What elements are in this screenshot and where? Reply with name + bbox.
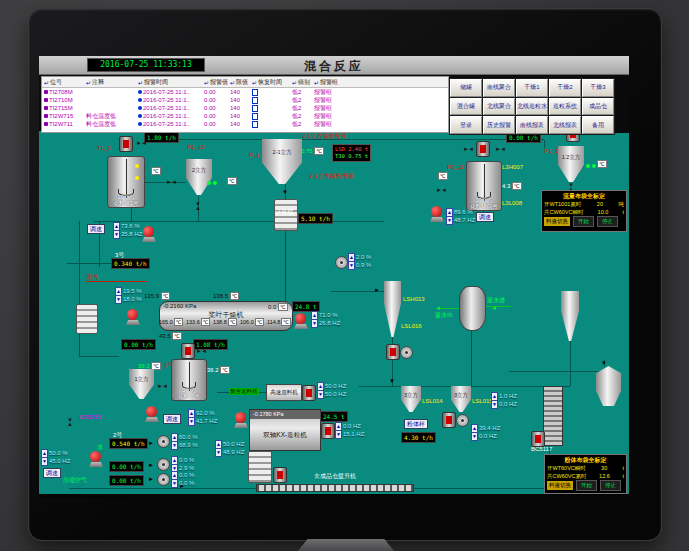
down-icon[interactable]: ▼	[471, 432, 478, 441]
down-icon[interactable]: ▼	[115, 295, 122, 304]
fan-icon[interactable]	[335, 256, 348, 269]
stop-button[interactable]: 停止	[600, 480, 621, 491]
powder-scale-button[interactable]: 粉体秤	[404, 419, 428, 429]
pump-icon[interactable]	[142, 226, 156, 242]
down-icon[interactable]: ▼	[171, 441, 178, 450]
nav-button-north-granulation-water[interactable]: 北线造粒水	[516, 98, 548, 116]
agitator-motor-icon[interactable]	[181, 343, 195, 359]
speed-button[interactable]: 调速	[43, 468, 61, 478]
valve-icon[interactable]: ►◄	[196, 348, 206, 354]
dissolving-tank-2[interactable]: 3立方化料二号	[171, 359, 207, 401]
down-icon[interactable]: ▼	[317, 390, 324, 399]
fan-icon[interactable]	[157, 435, 170, 448]
motor-icon[interactable]	[386, 344, 400, 360]
discharge-tank[interactable]	[248, 451, 272, 483]
monitor-stand	[298, 539, 394, 551]
dissolving-tank-1[interactable]: 10立方化料罐1号	[107, 156, 145, 208]
nav-button-dryer-2[interactable]: 干燥2	[549, 79, 581, 97]
flow-calibration-panel: 流量布袋全标定 开WT1001累时20吨 共CW60VC瞬时10.0t 料液切换…	[541, 190, 627, 232]
down-icon[interactable]: ▼	[335, 430, 342, 439]
start-button[interactable]: 开始	[573, 216, 594, 227]
hz-value: 45.0 HZ	[49, 458, 70, 464]
down-icon[interactable]: ▼	[113, 230, 120, 239]
down-icon[interactable]: ▼	[446, 216, 453, 225]
pump-icon[interactable]	[430, 206, 444, 222]
nav-button-alarm-history[interactable]: 历史报警	[483, 116, 515, 134]
alarm-row[interactable]: TI2W711 料仓温度低 2016-07-25 11:1.. 0.00 140…	[42, 120, 448, 128]
motor-icon[interactable]	[273, 467, 287, 483]
valve-icon[interactable]: ►◄	[495, 146, 505, 152]
motor-icon[interactable]	[442, 412, 456, 428]
status-dot	[213, 181, 217, 185]
dissolving-tank-white[interactable]: 10立方化料罐白号	[466, 161, 502, 211]
material-switch[interactable]: 料液切换	[544, 217, 570, 226]
down-icon[interactable]: ▼	[348, 261, 355, 270]
high-speed-mixer[interactable]: 高速混料机	[266, 384, 302, 401]
speed-spinner: ▲2.0 % ▼0.9 %	[348, 253, 371, 269]
status-dot	[135, 164, 139, 168]
twin-shaft-granulator[interactable]: -0.1780 KPa 双轴KX-造粒机	[249, 409, 321, 451]
nav-button-north-report[interactable]: 北线报表	[549, 116, 581, 134]
down-icon[interactable]: ▼	[491, 400, 498, 409]
down-icon[interactable]: ▼	[215, 448, 222, 457]
motor-icon[interactable]	[531, 431, 545, 447]
valve-icon[interactable]: ▼▲	[193, 202, 203, 210]
nav-button-north-polymer[interactable]: 北线聚合	[483, 98, 515, 116]
alarm-row[interactable]: TI2710M 2016-07-25 11:1.. 0.00 140 低2 报警…	[42, 96, 448, 104]
nav-button-storage-tank[interactable]: 储罐	[450, 79, 482, 97]
start-button[interactable]: 开始	[576, 480, 597, 491]
material-switch[interactable]: 料液切换	[547, 481, 573, 490]
motor-icon[interactable]	[321, 423, 335, 439]
valve-icon[interactable]: ▼▲	[65, 418, 75, 426]
motor-icon[interactable]	[302, 385, 316, 401]
down-icon[interactable]: ▼	[171, 479, 178, 488]
nav-button-south-report[interactable]: 南线报表	[516, 116, 548, 134]
bucket-elevator[interactable]	[543, 386, 563, 446]
down-icon[interactable]: ▼	[188, 417, 195, 426]
valve-icon[interactable]: ►◄	[136, 140, 146, 146]
down-icon[interactable]: ▼	[311, 319, 318, 328]
alarm-row[interactable]: TI2708M 2016-07-25 11:1.. 0.00 140 低2 报警…	[42, 88, 448, 96]
hz-value: 50.0 HZ	[325, 391, 346, 397]
sort-icon[interactable]: ↵	[138, 79, 143, 86]
pump-icon[interactable]	[294, 313, 308, 329]
nav-button-granulation-system[interactable]: 造粒系统	[549, 98, 581, 116]
sort-icon[interactable]: ↵	[292, 79, 297, 86]
sort-icon[interactable]: ↵	[230, 79, 235, 86]
fan-icon[interactable]	[400, 346, 413, 359]
sort-icon[interactable]: ↵	[86, 79, 91, 86]
sort-icon[interactable]: ↵	[314, 79, 319, 86]
fan-icon[interactable]	[157, 458, 170, 471]
nav-button-south-polymer[interactable]: 南线聚合	[483, 79, 515, 97]
pump-icon[interactable]	[234, 412, 248, 428]
agitator-motor-icon[interactable]	[476, 141, 490, 157]
nav-button-dryer-3[interactable]: 干燥3	[582, 79, 614, 97]
speed-button[interactable]: 调速	[87, 224, 105, 234]
fan-icon[interactable]	[157, 473, 170, 486]
down-icon[interactable]: ▼	[41, 457, 48, 466]
speed-button[interactable]: 调速	[163, 414, 181, 424]
pump-icon[interactable]	[145, 406, 159, 422]
paddle-dryer[interactable]: -0.2160 KPa 0.0 ℃ 桨叶干燥机	[159, 301, 293, 331]
sort-icon[interactable]: ↵	[252, 79, 257, 86]
nav-button-product-silo[interactable]: 成品仓	[582, 98, 614, 116]
nav-button-dryer-1[interactable]: 干燥1	[516, 79, 548, 97]
sort-icon[interactable]: ↵	[204, 79, 209, 86]
valve-icon[interactable]: ►◄	[157, 383, 167, 389]
pump-icon[interactable]	[89, 451, 103, 467]
agitator-motor-icon[interactable]	[119, 136, 133, 152]
valve-icon[interactable]: ►◄	[463, 146, 473, 152]
tag-label: P3_11	[447, 164, 464, 171]
nav-button-spare[interactable]: 备用	[582, 116, 614, 134]
sort-icon[interactable]: ↵	[44, 79, 49, 86]
valve-icon[interactable]: ►◄	[436, 187, 446, 193]
nav-button-login[interactable]: 登录	[450, 116, 482, 134]
fan-icon[interactable]	[456, 414, 469, 427]
hz-value: 39.4 HZ	[479, 425, 500, 431]
speed-button[interactable]: 调速	[476, 212, 494, 222]
valve-icon[interactable]: ►◄	[166, 179, 176, 185]
stop-button[interactable]: 停止	[597, 216, 618, 227]
pump-icon[interactable]	[126, 309, 140, 325]
condenser[interactable]	[459, 286, 486, 331]
nav-button-mixing-tank[interactable]: 混合罐	[450, 98, 482, 116]
